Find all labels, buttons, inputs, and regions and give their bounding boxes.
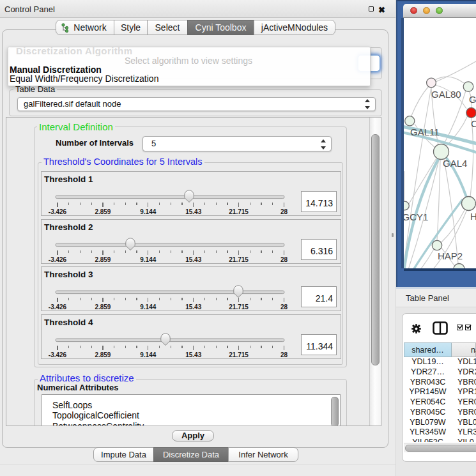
- svg-text:GA: GA: [469, 94, 476, 105]
- svg-text:HAP2: HAP2: [438, 250, 463, 261]
- svg-text:H: H: [470, 211, 476, 222]
- svg-text:GAL11: GAL11: [410, 127, 440, 137]
- svg-text:GAL4: GAL4: [443, 158, 467, 169]
- svg-text:GCY1: GCY1: [404, 211, 428, 222]
- svg-text:C: C: [471, 118, 476, 129]
- svg-text:GAL80: GAL80: [431, 89, 461, 100]
